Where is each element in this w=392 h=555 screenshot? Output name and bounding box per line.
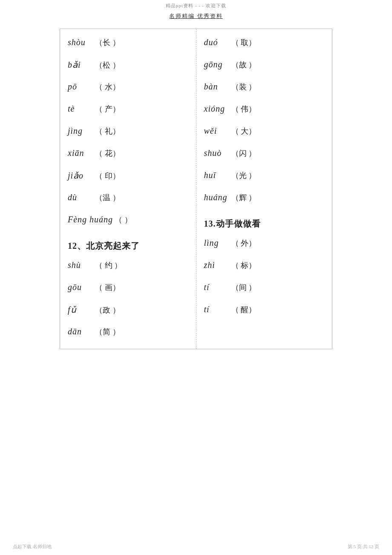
pinyin-left-2: pō <box>68 82 93 92</box>
pinyin-left-5: xiān <box>68 148 93 158</box>
left-item-6: jiǎo（ 印） <box>68 166 188 188</box>
pinyin-left-sec-1: gōu <box>68 282 93 292</box>
left-item-4: jìng（ 礼） <box>68 122 188 144</box>
hint-left-6: （ 印） <box>95 171 120 181</box>
right-column: duó（ 取）gōng（故 ）bàn（装 ）xióng（ 伟）wěi（ 大）sh… <box>196 29 332 349</box>
pinyin-right-5: shuò <box>204 148 230 158</box>
left-section-item-0: shù（ 约 ） <box>68 256 188 278</box>
pinyin-right-4: wěi <box>204 126 230 136</box>
hint-left-sec-1: （ 画） <box>95 282 120 293</box>
hint-right-1: （故 ） <box>231 60 257 70</box>
hint-right-0: （ 取） <box>231 37 257 48</box>
pinyin-right-3: xióng <box>204 104 230 114</box>
pinyin-left-sec-3: dān <box>68 327 93 336</box>
right-section-item-2: tí（间 ） <box>204 278 325 300</box>
pinyin-right-sec-3: tí <box>204 305 230 314</box>
hint-right-3: （ 伟） <box>231 104 257 114</box>
hint-left-sec-2: （政 ） <box>95 305 120 315</box>
hint-left-2: （ 水） <box>95 82 120 92</box>
pinyin-right-0: duó <box>204 37 230 47</box>
pinyin-right-sec-0: lìng <box>204 238 230 248</box>
pinyin-left-3: tè <box>68 104 93 114</box>
main-table-wrapper: shòu（长 ）bǎi（松 ）pō（ 水）tè（ 产）jìng（ 礼）xiān（… <box>0 24 392 354</box>
right-item-7: huáng（辉 ） <box>204 188 325 210</box>
pinyin-right-sec-2: tí <box>204 282 230 292</box>
subtitle: 名师精编 优秀资料 <box>0 11 392 24</box>
right-section-title: 13.动手做做看 <box>204 210 325 234</box>
subtitle-text: 名师精编 优秀资料 <box>169 13 222 19</box>
hint-left-7: （温 ） <box>95 193 120 203</box>
pinyin-right-1: gōng <box>204 60 230 69</box>
right-item-3: xióng（ 伟） <box>204 100 325 122</box>
pinyin-left-sec-0: shù <box>68 260 93 270</box>
right-item-6: huī（光 ） <box>204 166 325 188</box>
left-item-1: bǎi（松 ） <box>68 55 188 78</box>
footer-right: 第 5 页 共 12 页 <box>348 543 379 550</box>
left-section-item-1: gōu（ 画） <box>68 278 188 300</box>
left-item-2: pō（ 水） <box>68 78 188 100</box>
right-item-2: bàn（装 ） <box>204 78 325 100</box>
pinyin-right-sec-1: zhì <box>204 260 230 270</box>
hint-left-3: （ 产） <box>95 104 120 114</box>
footer-right-text: 第 5 页 共 12 页 <box>348 544 379 549</box>
footer-left-text: 点起下载 名师归地 <box>13 544 52 549</box>
hint-left-4: （ 礼） <box>95 126 120 136</box>
hint-right-6: （光 ） <box>231 170 257 181</box>
hint-right-sec-3: （ 醒） <box>231 305 257 315</box>
hint-right-sec-2: （间 ） <box>231 282 257 293</box>
right-item-0: duó（ 取） <box>204 33 325 55</box>
hint-left-1: （松 ） <box>95 60 120 70</box>
hint-right-7: （辉 ） <box>231 193 257 203</box>
right-section-item-3: tí（ 醒） <box>204 300 325 322</box>
right-section-item-0: lìng（ 外） <box>204 234 325 256</box>
right-item-4: wěi（ 大） <box>204 122 325 144</box>
hint-right-sec-0: （ 外） <box>231 238 257 248</box>
hint-left-sec-0: （ 约 ） <box>95 260 122 270</box>
right-item-5: shuò（闪 ） <box>204 144 325 166</box>
left-item-0: shòu（长 ） <box>68 33 188 55</box>
left-item-7: dù（温 ） <box>68 188 188 210</box>
hint-right-5: （闪 ） <box>231 148 257 158</box>
hint-left-8: （ ） <box>115 215 132 225</box>
pinyin-left-sec-2: fǔ <box>68 305 93 315</box>
main-table: shòu（长 ）bǎi（松 ）pō（ 水）tè（ 产）jìng（ 礼）xiān（… <box>60 29 332 349</box>
pinyin-left-6: jiǎo <box>68 170 93 181</box>
pinyin-left-8: Fèng huáng <box>68 215 113 224</box>
left-section-item-3: dān（简 ） <box>68 322 188 345</box>
hint-right-2: （装 ） <box>231 82 257 92</box>
left-item-3: tè（ 产） <box>68 100 188 122</box>
pinyin-left-1: bǎi <box>68 60 93 70</box>
top-bar: 精品ppt资料 - - - 欢迎下载 <box>0 0 392 11</box>
pinyin-right-7: huáng <box>204 193 230 202</box>
hint-left-5: （ 花） <box>95 148 120 158</box>
left-section-title: 12、北京亮起来了 <box>68 233 188 256</box>
pinyin-left-0: shòu <box>68 37 93 47</box>
pinyin-right-6: huī <box>204 170 230 180</box>
left-section-item-2: fǔ（政 ） <box>68 300 188 322</box>
pinyin-left-7: dù <box>68 193 93 202</box>
right-item-1: gōng（故 ） <box>204 55 325 78</box>
footer-left: 点起下载 名师归地 <box>13 543 52 550</box>
hint-right-sec-1: （ 标） <box>231 260 257 270</box>
hint-left-0: （长 ） <box>95 37 120 48</box>
pinyin-right-2: bàn <box>204 82 230 92</box>
pinyin-left-4: jìng <box>68 126 93 136</box>
top-bar-text: 精品ppt资料 - - - 欢迎下载 <box>166 3 226 8</box>
left-item-5: xiān（ 花） <box>68 144 188 166</box>
hint-left-sec-3: （简 ） <box>95 327 120 337</box>
left-item-8: Fèng huáng（ ） <box>68 210 188 233</box>
left-column: shòu（长 ）bǎi（松 ）pō（ 水）tè（ 产）jìng（ 礼）xiān（… <box>60 29 196 349</box>
hint-right-4: （ 大） <box>231 126 257 136</box>
right-section-item-1: zhì（ 标） <box>204 256 325 278</box>
